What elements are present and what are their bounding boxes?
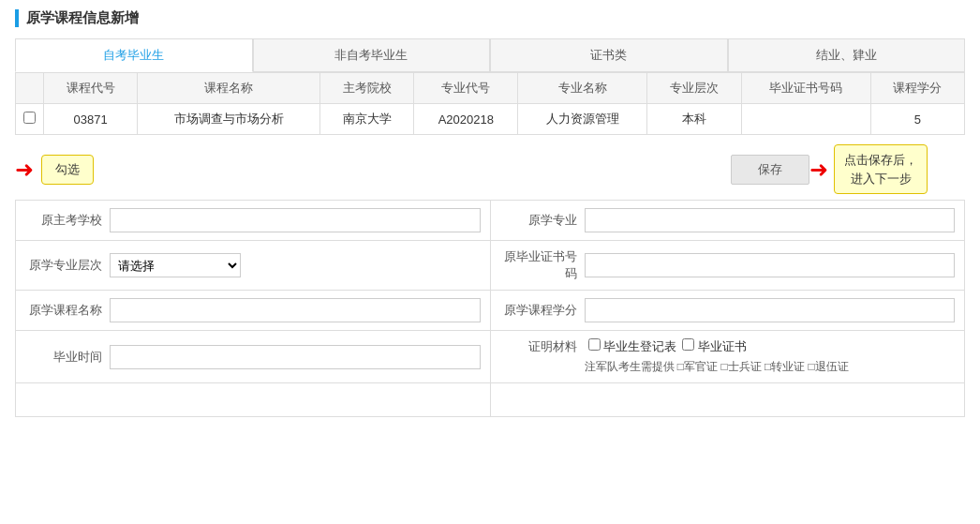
course-table: 课程代号 课程名称 主考院校 专业代号 专业名称 专业层次 毕业证书号码 课程学… <box>15 72 965 135</box>
tab-non-self-exam[interactable]: 非自考毕业生 <box>253 38 491 71</box>
col-checkbox <box>16 73 44 104</box>
cell-major-code: A2020218 <box>414 104 518 135</box>
label-grad-time: 毕业时间 <box>25 349 110 366</box>
input-course-name[interactable] <box>110 298 481 322</box>
cell-institution: 南京大学 <box>320 104 414 135</box>
checkbox-cert-material[interactable] <box>682 338 694 351</box>
save-button[interactable]: 保存 <box>731 155 809 185</box>
label-level: 原学专业层次 <box>25 257 110 274</box>
tab-continue-study[interactable]: 结业、肄业 <box>728 38 966 71</box>
row-checkbox-cell <box>16 104 44 135</box>
checkbox-label-cert[interactable]: 毕业证书 <box>682 338 747 355</box>
check-annotation-box: 勾选 <box>41 155 94 185</box>
materials-row: 证明材料 毕业生登记表 毕业证书 <box>500 338 956 355</box>
label-credits: 原学课程学分 <box>500 302 585 319</box>
tab-certificate[interactable]: 证书类 <box>490 38 728 71</box>
label-course-name: 原学课程名称 <box>25 302 110 319</box>
label-materials: 证明材料 <box>500 338 585 355</box>
row-checkbox[interactable] <box>23 112 36 124</box>
col-course-name: 课程名称 <box>138 73 320 104</box>
form-cell-level: 原学专业层次 请选择 <box>16 241 491 290</box>
page-title: 原学课程信息新增 <box>15 9 965 27</box>
form-section: 原主考学校 原学专业 原学专业层次 请选择 原毕业证书号码 <box>15 200 965 417</box>
form-cell-grad-time: 毕业时间 <box>16 331 491 382</box>
input-major[interactable] <box>585 208 956 232</box>
tab-self-exam[interactable]: 自考毕业生 <box>15 38 253 72</box>
cell-cert-number <box>741 104 870 135</box>
checkbox-register-label: 毕业生登记表 <box>603 339 676 353</box>
tab-bar: 自考毕业生 非自考毕业生 证书类 结业、肄业 <box>15 38 965 72</box>
save-annotation-area: ➜ 点击保存后， 进入下一步 <box>809 144 928 194</box>
empty-cell-right <box>491 383 965 416</box>
col-cert-number: 毕业证书号码 <box>741 73 870 104</box>
arrow-left-icon: ➜ <box>15 157 34 183</box>
form-row-5 <box>16 382 964 416</box>
cell-level: 本科 <box>647 104 741 135</box>
col-major-name: 专业名称 <box>518 73 647 104</box>
materials-checkboxes: 毕业生登记表 毕业证书 <box>588 338 747 355</box>
form-cell-course-name: 原学课程名称 <box>16 291 491 330</box>
form-cell-materials: 证明材料 毕业生登记表 毕业证书 注军队考生需提供 □军官证 □士兵证 □转业证… <box>491 331 965 382</box>
label-cert: 原毕业证书号码 <box>500 248 585 282</box>
check-label: 勾选 <box>55 162 80 176</box>
cell-course-name: 市场调查与市场分析 <box>138 104 320 135</box>
form-cell-credits: 原学课程学分 <box>491 291 965 330</box>
col-level: 专业层次 <box>647 73 741 104</box>
input-cert[interactable] <box>585 253 956 277</box>
form-cell-major: 原学专业 <box>491 201 965 240</box>
save-area: 保存 <box>94 155 809 185</box>
label-institution: 原主考学校 <box>25 212 110 229</box>
check-annotation-area: ➜ 勾选 <box>15 155 94 185</box>
cell-credits: 5 <box>870 104 964 135</box>
col-course-code: 课程代号 <box>44 73 138 104</box>
checkbox-register[interactable] <box>588 338 601 351</box>
save-hint-line2: 进入下一步 <box>844 170 917 188</box>
table-row: 03871 市场调查与市场分析 南京大学 A2020218 人力资源管理 本科 … <box>16 104 965 135</box>
empty-cell-left <box>16 383 491 416</box>
col-institution: 主考院校 <box>320 73 414 104</box>
form-cell-cert: 原毕业证书号码 <box>491 241 965 290</box>
checkbox-cert-label: 毕业证书 <box>698 339 747 353</box>
materials-note: 注军队考生需提供 □军官证 □士兵证 □转业证 □退伍证 <box>500 359 849 375</box>
select-level[interactable]: 请选择 <box>110 253 241 277</box>
page-container: 原学课程信息新增 自考毕业生 非自考毕业生 证书类 结业、肄业 课程代号 课程名… <box>0 0 980 427</box>
save-hint-line1: 点击保存后， <box>844 151 917 170</box>
col-credits: 课程学分 <box>870 73 964 104</box>
cell-course-code: 03871 <box>44 104 138 135</box>
input-grad-time[interactable] <box>110 345 481 369</box>
label-major: 原学专业 <box>500 212 585 229</box>
form-row-3: 原学课程名称 原学课程学分 <box>16 290 964 330</box>
form-row-4: 毕业时间 证明材料 毕业生登记表 毕业证书 <box>16 330 964 382</box>
save-hint-box: 点击保存后， 进入下一步 <box>834 144 928 194</box>
arrow-right-icon: ➜ <box>809 157 828 183</box>
form-row-2: 原学专业层次 请选择 原毕业证书号码 <box>16 240 964 290</box>
form-cell-institution: 原主考学校 <box>16 201 491 240</box>
cell-major-name: 人力资源管理 <box>518 104 647 135</box>
input-institution[interactable] <box>110 208 481 232</box>
checkbox-label-register[interactable]: 毕业生登记表 <box>588 338 677 355</box>
input-credits[interactable] <box>585 298 956 322</box>
action-row: ➜ 勾选 保存 ➜ 点击保存后， 进入下一步 <box>15 135 965 200</box>
col-major-code: 专业代号 <box>414 73 518 104</box>
form-row-1: 原主考学校 原学专业 <box>16 200 964 240</box>
